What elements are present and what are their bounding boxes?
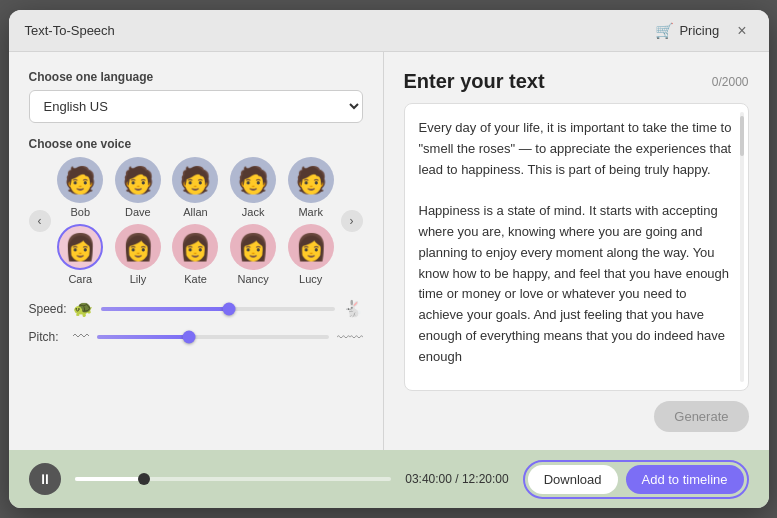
pitch-row: Pitch: 〰 〰〰 xyxy=(29,328,363,346)
voice-name-allan: Allan xyxy=(183,206,207,218)
pitch-fill xyxy=(97,335,190,339)
download-button[interactable]: Download xyxy=(528,465,618,494)
titlebar-right: 🛒 Pricing × xyxy=(655,20,752,42)
voice-item-jack[interactable]: 🧑 Jack xyxy=(227,157,279,218)
voice-name-mark: Mark xyxy=(298,206,322,218)
prev-voice-arrow[interactable]: ‹ xyxy=(29,210,51,232)
avatar-cara: 👩 xyxy=(57,224,103,270)
titlebar: Text-To-Speech 🛒 Pricing × xyxy=(9,10,769,52)
speed-label: Speed: xyxy=(29,302,65,316)
voice-name-lucy: Lucy xyxy=(299,273,322,285)
action-buttons-wrapper: Download Add to timeline xyxy=(523,460,749,499)
speed-slow-icon: 🐢 xyxy=(73,299,93,318)
pitch-low-icon: 〰 xyxy=(73,328,89,346)
speed-slider[interactable] xyxy=(101,307,335,311)
voice-item-cara[interactable]: 👩 Cara xyxy=(55,224,107,285)
generate-button[interactable]: Generate xyxy=(654,401,748,432)
avatar-jack: 🧑 xyxy=(230,157,276,203)
voice-item-allan[interactable]: 🧑 Allan xyxy=(170,157,222,218)
avatar-nancy: 👩 xyxy=(230,224,276,270)
language-section: Choose one language English US English U… xyxy=(29,70,363,123)
avatar-allan: 🧑 xyxy=(172,157,218,203)
voice-grid: 🧑 Bob 🧑 Dave 🧑 xyxy=(55,157,337,285)
avatar-mark: 🧑 xyxy=(288,157,334,203)
voice-item-lily[interactable]: 👩 Lily xyxy=(112,224,164,285)
pitch-thumb[interactable] xyxy=(183,331,196,344)
voice-name-bob: Bob xyxy=(71,206,91,218)
main-content: Choose one language English US English U… xyxy=(9,52,769,450)
voice-item-kate[interactable]: 👩 Kate xyxy=(170,224,222,285)
bottom-bar: ⏸ 03:40:00 / 12:20:00 Download Add to ti… xyxy=(9,450,769,508)
pitch-label: Pitch: xyxy=(29,330,65,344)
voice-name-cara: Cara xyxy=(68,273,92,285)
play-pause-button[interactable]: ⏸ xyxy=(29,463,61,495)
voice-item-mark[interactable]: 🧑 Mark xyxy=(285,157,337,218)
voice-item-nancy[interactable]: 👩 Nancy xyxy=(227,224,279,285)
progress-fill xyxy=(75,477,145,481)
speed-thumb[interactable] xyxy=(223,302,236,315)
voice-label: Choose one voice xyxy=(29,137,363,151)
avatar-lucy: 👩 xyxy=(288,224,334,270)
voice-name-dave: Dave xyxy=(125,206,151,218)
progress-track[interactable] xyxy=(75,477,392,481)
generate-row: Generate xyxy=(404,401,749,432)
voice-item-bob[interactable]: 🧑 Bob xyxy=(55,157,107,218)
avatar-lily: 👩 xyxy=(115,224,161,270)
avatar-kate: 👩 xyxy=(172,224,218,270)
avatar-bob: 🧑 xyxy=(57,157,103,203)
app-title: Text-To-Speech xyxy=(25,23,656,38)
text-header: Enter your text 0/2000 xyxy=(404,70,749,93)
right-panel: Enter your text 0/2000 Every day of your… xyxy=(384,52,769,450)
voice-section: Choose one voice ‹ 🧑 Bob � xyxy=(29,137,363,285)
add-to-timeline-button[interactable]: Add to timeline xyxy=(626,465,744,494)
voice-name-kate: Kate xyxy=(184,273,207,285)
voice-grid-wrapper: ‹ 🧑 Bob 🧑 Dave xyxy=(29,157,363,285)
language-select[interactable]: English US English UK Spanish French Ger… xyxy=(29,90,363,123)
pricing-button[interactable]: 🛒 Pricing xyxy=(655,22,719,40)
text-title: Enter your text xyxy=(404,70,545,93)
pricing-label: Pricing xyxy=(679,23,719,38)
close-button[interactable]: × xyxy=(731,20,752,42)
time-display: 03:40:00 / 12:20:00 xyxy=(405,472,508,486)
text-content: Every day of your life, it is important … xyxy=(419,118,734,368)
pitch-slider[interactable] xyxy=(97,335,329,339)
scrollbar-thumb xyxy=(740,116,744,156)
voice-name-lily: Lily xyxy=(130,273,147,285)
speed-row: Speed: 🐢 🐇 xyxy=(29,299,363,318)
speed-fill xyxy=(101,307,230,311)
left-panel: Choose one language English US English U… xyxy=(9,52,384,450)
slider-section: Speed: 🐢 🐇 Pitch: 〰 〰〰 xyxy=(29,299,363,346)
speed-fast-icon: 🐇 xyxy=(343,299,363,318)
voice-name-jack: Jack xyxy=(242,206,265,218)
progress-thumb[interactable] xyxy=(138,473,150,485)
pitch-high-icon: 〰〰 xyxy=(337,330,363,345)
next-voice-arrow[interactable]: › xyxy=(341,210,363,232)
play-pause-icon: ⏸ xyxy=(38,471,52,487)
voice-name-nancy: Nancy xyxy=(238,273,269,285)
scrollbar-track[interactable] xyxy=(740,112,744,382)
avatar-dave: 🧑 xyxy=(115,157,161,203)
voice-item-dave[interactable]: 🧑 Dave xyxy=(112,157,164,218)
char-count: 0/2000 xyxy=(712,75,749,89)
language-label: Choose one language xyxy=(29,70,363,84)
cart-icon: 🛒 xyxy=(655,22,674,40)
modal: Text-To-Speech 🛒 Pricing × Choose one la… xyxy=(9,10,769,508)
text-area-container[interactable]: Every day of your life, it is important … xyxy=(404,103,749,391)
voice-item-lucy[interactable]: 👩 Lucy xyxy=(285,224,337,285)
